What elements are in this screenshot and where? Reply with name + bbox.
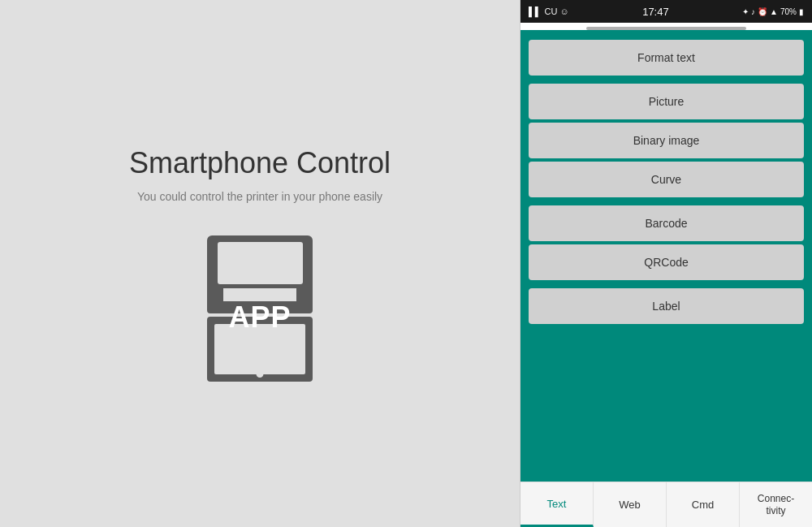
barcode-button[interactable]: Barcode (529, 205, 804, 241)
wifi-icon: ▲ (770, 7, 778, 16)
left-panel: Smartphone Control You could control the… (0, 0, 520, 527)
menu-group-2: Picture Binary image Curve (529, 84, 804, 197)
status-bar: ▌▌ CU ☺ 17:47 ✦ ♪ ⏰ ▲ 70% ▮ (520, 0, 812, 23)
bluetooth-icon: ✦ (742, 7, 749, 16)
clock-icon: ⏰ (758, 7, 767, 16)
app-title: Smartphone Control (129, 146, 391, 180)
tab-bar: Text Web Cmd Connec-tivity (520, 482, 812, 527)
qrcode-button[interactable]: QRCode (529, 244, 804, 280)
music-icon: ♪ (751, 7, 755, 16)
phone-content: Format text Picture Binary image Curve B… (520, 30, 812, 482)
tab-text-label: Text (547, 498, 567, 510)
label-button[interactable]: Label (529, 288, 804, 324)
printer-top-icon (207, 235, 313, 292)
carrier-label: CU ☺ (545, 6, 569, 16)
menu-group-1: Format text (529, 40, 804, 76)
tab-connectivity[interactable]: Connec-tivity (740, 482, 812, 527)
status-right: ✦ ♪ ⏰ ▲ 70% ▮ (742, 7, 804, 16)
picture-button[interactable]: Picture (529, 84, 804, 119)
curve-button[interactable]: Curve (529, 162, 804, 197)
battery-label: 70% (780, 7, 797, 16)
printer-paper-icon (223, 288, 296, 301)
signal-icon: ▌▌ (529, 6, 542, 16)
format-text-button[interactable]: Format text (529, 40, 804, 76)
tab-connectivity-label: Connec-tivity (758, 493, 794, 516)
phone-panel: ▌▌ CU ☺ 17:47 ✦ ♪ ⏰ ▲ 70% ▮ Format text … (520, 0, 812, 527)
menu-group-4: Label (529, 288, 804, 324)
status-time: 17:47 (642, 6, 669, 18)
app-label-text: APP (228, 300, 291, 335)
binary-image-button[interactable]: Binary image (529, 123, 804, 158)
menu-group-3: Barcode QRCode (529, 205, 804, 280)
tab-cmd[interactable]: Cmd (667, 482, 740, 527)
tab-web-label: Web (619, 499, 641, 511)
app-icon: APP (195, 235, 325, 382)
tab-text[interactable]: Text (520, 482, 594, 527)
tab-web[interactable]: Web (594, 482, 667, 527)
tab-cmd-label: Cmd (692, 499, 714, 511)
app-subtitle: You could control the printer in your ph… (137, 190, 382, 203)
battery-icon: ▮ (799, 7, 804, 16)
printer-screen-icon (218, 242, 303, 284)
status-left: ▌▌ CU ☺ (529, 6, 569, 16)
